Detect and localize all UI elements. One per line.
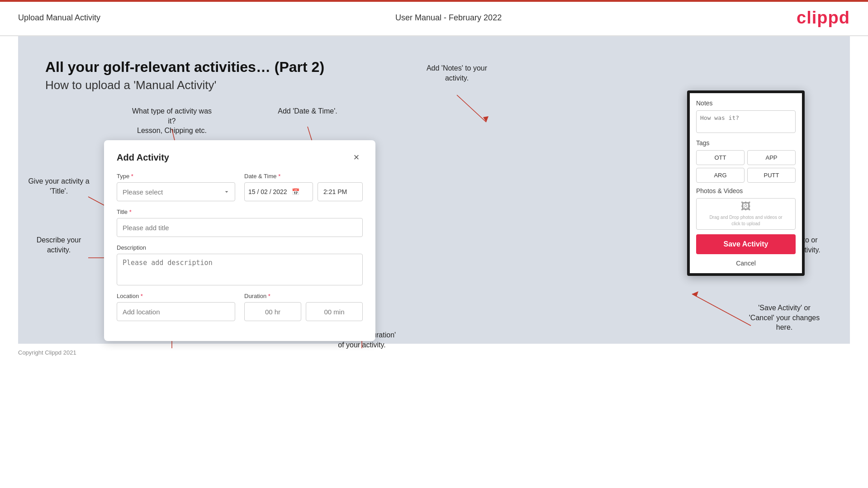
tags-grid: OTT APP ARG PUTT bbox=[696, 150, 796, 183]
close-button[interactable]: × bbox=[350, 151, 363, 164]
upload-text: Drag and Drop photos and videos or click… bbox=[709, 214, 782, 227]
title-group: Title * bbox=[117, 208, 363, 237]
time-input[interactable]: 2:21 PM bbox=[318, 182, 363, 201]
tag-app[interactable]: APP bbox=[747, 150, 796, 165]
save-activity-button[interactable]: Save Activity bbox=[696, 234, 796, 254]
upload-icon: 🖼 bbox=[741, 201, 751, 213]
cancel-button[interactable]: Cancel bbox=[696, 258, 796, 269]
annotation-description: Describe your activity. bbox=[27, 235, 90, 255]
phone-inner: Notes Tags OTT APP ARG PUTT Photos & Vid… bbox=[690, 93, 802, 273]
location-label: Location * bbox=[117, 293, 235, 299]
duration-inputs bbox=[244, 302, 363, 321]
photos-label: Photos & Videos bbox=[696, 187, 796, 194]
date-input[interactable]: 15 / 02 / 2022 📅 bbox=[244, 182, 313, 201]
copyright: Copyright Clippd 2021 bbox=[18, 349, 76, 356]
svg-marker-13 bbox=[483, 116, 489, 122]
location-input[interactable] bbox=[117, 302, 235, 321]
type-label: Type * bbox=[117, 173, 235, 180]
location-duration-row: Location * Duration * bbox=[117, 293, 363, 321]
notes-textarea[interactable] bbox=[696, 110, 796, 133]
top-bar: Upload Manual Activity User Manual - Feb… bbox=[0, 0, 868, 36]
description-label: Description bbox=[117, 244, 363, 251]
date-time-group: 15 / 02 / 2022 📅 2:21 PM bbox=[244, 182, 363, 201]
duration-group: Duration * bbox=[244, 293, 363, 321]
title-input[interactable] bbox=[117, 218, 363, 237]
notes-label: Notes bbox=[696, 99, 796, 107]
main-content: All your golf-relevant activities… (Part… bbox=[18, 36, 850, 344]
tag-putt[interactable]: PUTT bbox=[747, 168, 796, 183]
annotation-title: Give your activity a 'Title'. bbox=[27, 176, 90, 196]
location-group: Location * bbox=[117, 293, 235, 321]
annotation-save: 'Save Activity' or 'Cancel' your changes… bbox=[732, 303, 836, 332]
type-datetime-row: Type * Please select Date & Time * 15 / … bbox=[117, 173, 363, 201]
annotation-type: What type of activity was it? Lesson, Ch… bbox=[131, 106, 213, 136]
tags-label: Tags bbox=[696, 139, 796, 147]
description-group: Description bbox=[117, 244, 363, 285]
duration-hr-input[interactable] bbox=[244, 302, 301, 321]
type-group: Type * Please select bbox=[117, 173, 235, 201]
title-label: Title * bbox=[117, 208, 363, 215]
datetime-label: Date & Time * bbox=[244, 173, 363, 180]
logo: clippd bbox=[797, 8, 850, 28]
duration-min-input[interactable] bbox=[306, 302, 363, 321]
duration-label: Duration * bbox=[244, 293, 363, 299]
svg-line-12 bbox=[457, 95, 486, 122]
modal-header: Add Activity × bbox=[117, 151, 363, 164]
datetime-group: Date & Time * 15 / 02 / 2022 📅 2:21 PM bbox=[244, 173, 363, 201]
type-select[interactable]: Please select bbox=[117, 182, 235, 201]
tag-arg[interactable]: ARG bbox=[696, 168, 745, 183]
annotation-notes: Add 'Notes' to your activity. bbox=[412, 63, 502, 83]
manual-title: User Manual - February 2022 bbox=[395, 13, 502, 23]
modal-title: Add Activity bbox=[117, 152, 169, 163]
description-textarea[interactable] bbox=[117, 254, 363, 285]
add-activity-modal: Add Activity × Type * Please select Date… bbox=[104, 140, 375, 341]
annotation-datetime: Add 'Date & Time'. bbox=[271, 106, 344, 116]
footer: Copyright Clippd 2021 bbox=[0, 344, 868, 361]
upload-area[interactable]: 🖼 Drag and Drop photos and videos or cli… bbox=[696, 198, 796, 230]
tag-ott[interactable]: OTT bbox=[696, 150, 745, 165]
page-title: Upload Manual Activity bbox=[18, 13, 100, 23]
svg-marker-19 bbox=[692, 291, 698, 297]
phone-mockup: Notes Tags OTT APP ARG PUTT Photos & Vid… bbox=[687, 90, 805, 276]
